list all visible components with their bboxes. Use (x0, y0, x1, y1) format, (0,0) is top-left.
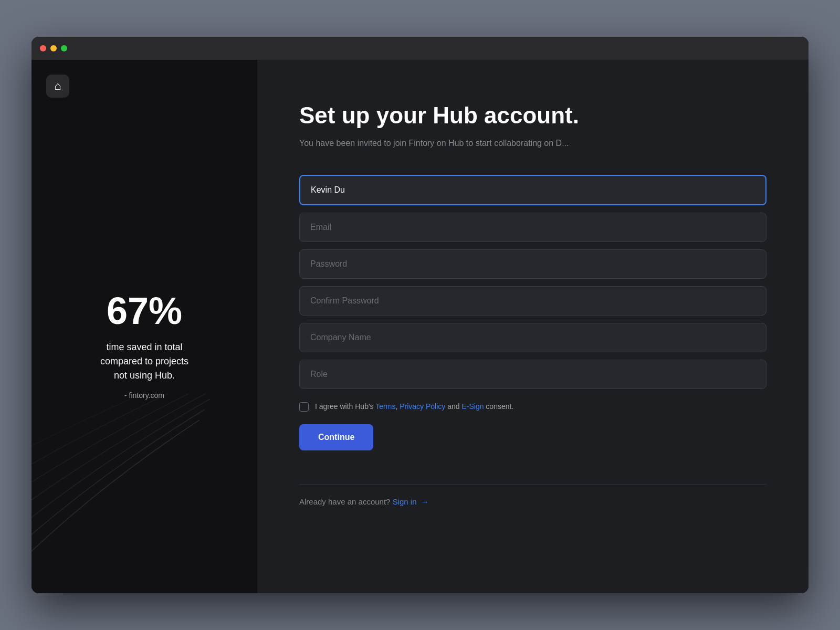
titlebar (32, 37, 808, 60)
signin-arrow-icon: → (421, 497, 429, 506)
terms-link[interactable]: Terms (375, 402, 395, 411)
name-field-group (299, 175, 766, 205)
email-input[interactable] (299, 213, 766, 242)
left-panel: ⌂ 67% time saved in total compared to pr… (32, 60, 257, 593)
divider (299, 484, 766, 485)
logo-area: ⌂ (32, 60, 257, 98)
role-field-group (299, 360, 766, 389)
window-controls (40, 45, 67, 51)
close-button[interactable] (40, 45, 46, 51)
continue-button[interactable]: Continue (299, 424, 373, 450)
logo-box: ⌂ (46, 75, 69, 98)
company-name-field-group (299, 323, 766, 352)
privacy-link[interactable]: Privacy Policy (400, 402, 445, 411)
password-field-group (299, 249, 766, 279)
left-content: 67% time saved in total compared to proj… (32, 98, 257, 593)
full-name-input[interactable] (299, 175, 766, 205)
role-input[interactable] (299, 360, 766, 389)
agreement-checkbox[interactable] (299, 402, 309, 412)
right-panel: Set up your Hub account. You have been i… (257, 60, 808, 593)
agreement-label: I agree with Hub's Terms, Privacy Policy… (315, 402, 513, 412)
maximize-button[interactable] (61, 45, 67, 51)
signin-row: Already have an account? Sign in → (299, 497, 766, 506)
agreement-row: I agree with Hub's Terms, Privacy Policy… (299, 402, 766, 412)
confirm-password-input[interactable] (299, 286, 766, 316)
minimize-button[interactable] (50, 45, 57, 51)
browser-window: ⌂ 67% time saved in total compared to pr… (32, 37, 808, 593)
form-subtitle: You have been invited to join Fintory on… (299, 137, 766, 150)
stat-number: 67% (107, 292, 182, 330)
form-title: Set up your Hub account. (299, 102, 766, 130)
logo-icon: ⌂ (54, 79, 61, 93)
company-name-input[interactable] (299, 323, 766, 352)
confirm-password-field-group (299, 286, 766, 316)
stat-description: time saved in total compared to projects… (100, 340, 188, 383)
stat-source: - fintory.com (124, 391, 164, 400)
signin-link[interactable]: Sign in → (393, 497, 429, 506)
browser-content: ⌂ 67% time saved in total compared to pr… (32, 60, 808, 593)
email-field-group (299, 213, 766, 242)
esign-link[interactable]: E-Sign (461, 402, 484, 411)
password-input[interactable] (299, 249, 766, 279)
